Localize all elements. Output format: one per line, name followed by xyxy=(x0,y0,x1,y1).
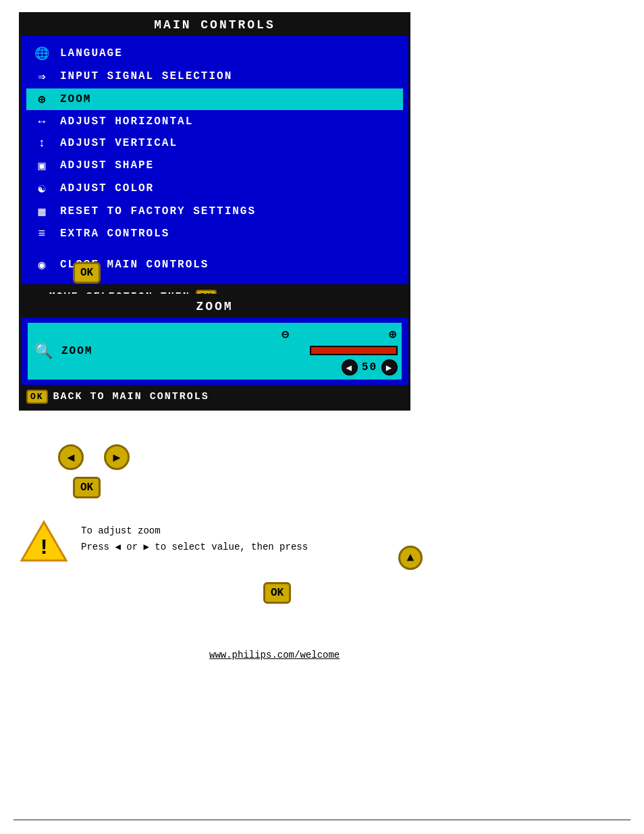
zoom-minus-icon: ⊖ xyxy=(281,327,290,342)
shape-icon: ▣ xyxy=(30,158,55,173)
menu-item-adjust-color[interactable]: ☯ ADJUST COLOR xyxy=(26,178,403,199)
zoom-icon: ⊕ xyxy=(30,92,55,107)
adjust-color-label: ADJUST COLOR xyxy=(60,182,154,194)
main-menu-list: 🌐 LANGUAGE ⇒ INPUT SIGNAL SELECTION ⊕ ZO… xyxy=(21,36,408,284)
menu-item-zoom[interactable]: ⊕ ZOOM xyxy=(26,88,403,110)
zoom-row-label: ZOOM xyxy=(61,345,281,357)
zoom-value: 50 xyxy=(362,361,377,373)
horiz-icon: ↔ xyxy=(30,115,55,128)
zoom-value-row: ◀ 50 ▶ xyxy=(342,359,398,375)
menu-item-input-signal[interactable]: ⇒ INPUT SIGNAL SELECTION xyxy=(26,66,403,87)
warning-line-1: To adjust zoom xyxy=(81,523,308,540)
warning-triangle-icon: ! xyxy=(20,519,68,566)
zoom-row: 🔍 ZOOM ⊖ ⊕ ◀ 50 ▶ xyxy=(28,323,402,380)
extra-icon: ≡ xyxy=(30,227,55,240)
ok-badge-large-nav[interactable]: OK xyxy=(73,477,101,498)
language-label: LANGUAGE xyxy=(60,47,123,59)
zoom-left-arrow[interactable]: ◀ xyxy=(342,359,358,375)
svg-text:!: ! xyxy=(37,536,50,561)
philips-link[interactable]: www.philips.com/welcome xyxy=(209,650,340,660)
menu-item-adjust-vertical[interactable]: ↕ ADJUST VERTICAL xyxy=(26,133,403,153)
reset-icon: ▦ xyxy=(30,204,55,219)
warning-triangle-container: ! xyxy=(20,519,68,569)
warning-text-block: To adjust zoom Press ◀ or ▶ to select va… xyxy=(81,523,308,556)
zoom-back-bar: OK BACK TO MAIN CONTROLS xyxy=(21,385,408,409)
bottom-separator xyxy=(14,819,630,820)
main-controls-title: MAIN CONTROLS xyxy=(21,14,408,36)
extra-controls-label: EXTRA CONTROLS xyxy=(60,228,169,240)
nav-left-arrow[interactable]: ◀ xyxy=(58,444,84,470)
adjust-shape-label: ADJUST SHAPE xyxy=(60,159,154,172)
zoom-right-arrow[interactable]: ▶ xyxy=(381,359,398,375)
menu-item-language[interactable]: 🌐 LANGUAGE xyxy=(26,43,403,64)
zoom-panel: ZOOM 🔍 ZOOM ⊖ ⊕ ◀ 50 ▶ OK BACK TO MAIN xyxy=(19,294,410,411)
reset-label: RESET TO FACTORY SETTINGS xyxy=(60,205,256,217)
menu-item-reset-factory[interactable]: ▦ RESET TO FACTORY SETTINGS xyxy=(26,201,403,222)
ok-badge-large-main[interactable]: OK xyxy=(73,262,101,284)
ok-button-main[interactable]: OK xyxy=(73,262,101,284)
vert-icon: ↕ xyxy=(30,136,55,150)
ok-button-warning[interactable]: OK xyxy=(263,582,291,604)
zoom-panel-title: ZOOM xyxy=(21,296,408,317)
menu-item-adjust-horizontal[interactable]: ↔ ADJUST HORIZONTAL xyxy=(26,111,403,132)
ok-badge-large-warning[interactable]: OK xyxy=(263,582,291,604)
color-icon: ☯ xyxy=(30,181,55,196)
warning-line-2: Press ◀ or ▶ to select value, then press xyxy=(81,540,308,556)
input-signal-label: INPUT SIGNAL SELECTION xyxy=(60,70,232,82)
zoom-plus-icon: ⊕ xyxy=(389,327,398,342)
zoom-label: ZOOM xyxy=(60,93,91,105)
zoom-controls: ⊖ ⊕ ◀ 50 ▶ xyxy=(281,327,398,375)
menu-item-extra-controls[interactable]: ≡ EXTRA CONTROLS xyxy=(26,224,403,244)
close-icon: ◉ xyxy=(30,257,55,272)
nav-arrows: ◀ ▶ xyxy=(58,444,130,470)
language-icon: 🌐 xyxy=(30,46,55,61)
menu-item-adjust-shape[interactable]: ▣ ADJUST SHAPE xyxy=(26,155,403,176)
ok-badge-zoom: OK xyxy=(26,390,48,404)
adjust-horiz-label: ADJUST HORIZONTAL xyxy=(60,115,193,128)
adjust-vert-label: ADJUST VERTICAL xyxy=(60,137,178,149)
zoom-back-label: BACK TO MAIN CONTROLS xyxy=(53,391,209,402)
warning-up-arrow[interactable]: ▲ xyxy=(398,546,423,570)
zoom-slider-bar[interactable] xyxy=(310,346,398,355)
zoom-icons-row: ⊖ ⊕ xyxy=(281,327,398,342)
ok-button-nav[interactable]: OK xyxy=(73,477,101,498)
zoom-search-icon: 🔍 xyxy=(32,342,56,361)
zoom-content: 🔍 ZOOM ⊖ ⊕ ◀ 50 ▶ xyxy=(21,317,408,385)
input-signal-icon: ⇒ xyxy=(30,69,55,84)
nav-right-arrow[interactable]: ▶ xyxy=(104,444,130,470)
